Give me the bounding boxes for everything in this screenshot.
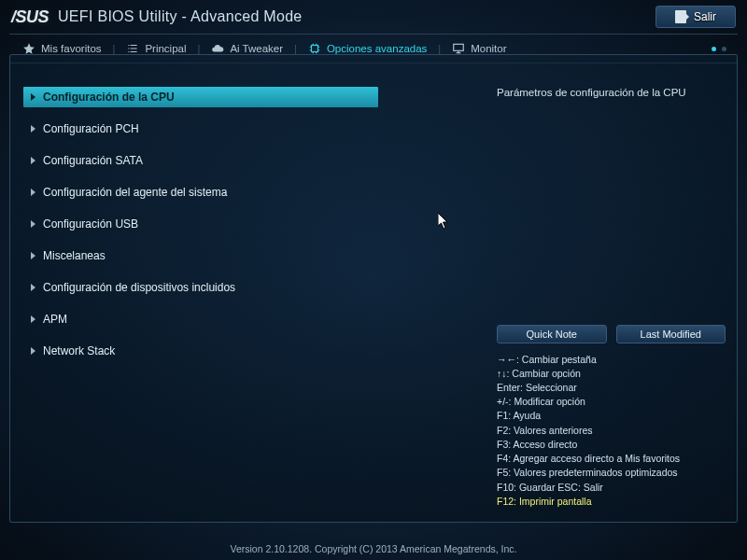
chevron-right-icon xyxy=(31,220,35,228)
last-modified-button[interactable]: Last Modified xyxy=(616,325,726,343)
chevron-right-icon xyxy=(31,252,35,259)
menu-item-cpu[interactable]: Configuración de la CPU xyxy=(23,87,378,107)
monitor-icon xyxy=(452,42,465,55)
info-pane: Parámetros de configuración de la CPU Qu… xyxy=(497,87,726,509)
menu-label: Configuración de dispositivos incluidos xyxy=(43,281,235,294)
main-panel: Configuración de la CPU Configuración PC… xyxy=(9,54,738,523)
help-line: F5: Valores predeterminados optimizados xyxy=(497,466,726,480)
chevron-right-icon xyxy=(31,315,35,323)
page-dot xyxy=(712,47,716,51)
chevron-right-icon xyxy=(31,93,35,101)
info-title: Parámetros de configuración de la CPU xyxy=(497,87,726,98)
svg-rect-1 xyxy=(454,44,464,50)
header: /SUS UEFI BIOS Utility - Advanced Mode S… xyxy=(0,0,747,32)
quick-note-button[interactable]: Quick Note xyxy=(497,325,607,343)
tab-label: Principal xyxy=(145,43,186,54)
help-line: F10: Guardar ESC: Salir xyxy=(497,481,726,495)
help-line: F1: Ayuda xyxy=(497,409,726,423)
help-keys: →←: Cambiar pestaña ↑↓: Cambiar opción E… xyxy=(497,353,726,509)
footer-text: Version 2.10.1208. Copyright (C) 2013 Am… xyxy=(230,543,516,554)
svg-rect-0 xyxy=(311,46,317,52)
menu-item-onboard-devices[interactable]: Configuración de dispositivos incluidos xyxy=(23,277,378,298)
tab-label: Monitor xyxy=(471,43,506,54)
menu-list: Configuración de la CPU Configuración PC… xyxy=(23,87,378,372)
menu-label: Configuración de la CPU xyxy=(43,91,175,104)
exit-label: Salir xyxy=(694,10,716,23)
page-dot xyxy=(722,47,726,51)
cloud-icon xyxy=(211,42,224,55)
menu-label: Network Stack xyxy=(43,344,115,357)
menu-item-system-agent[interactable]: Configuración del agente del sistema xyxy=(23,182,378,203)
tab-label: Mis favoritos xyxy=(41,43,102,54)
exit-button[interactable]: Salir xyxy=(655,6,736,28)
help-line: +/-: Modificar opción xyxy=(497,395,726,409)
info-description xyxy=(497,107,726,321)
chevron-right-icon xyxy=(31,284,35,291)
star-icon xyxy=(22,42,35,55)
help-line: F2: Valores anteriores xyxy=(497,424,726,438)
page-title: UEFI BIOS Utility - Advanced Mode xyxy=(58,8,303,25)
menu-label: Configuración SATA xyxy=(43,154,143,167)
help-line-highlight: F12: Imprimir pantalla xyxy=(497,495,726,509)
menu-label: Configuración USB xyxy=(43,217,138,231)
help-line: F4: Agregar acceso directo a Mis favorit… xyxy=(497,452,726,466)
menu-item-network-stack[interactable]: Network Stack xyxy=(23,341,378,361)
chevron-right-icon xyxy=(31,189,35,196)
tab-label: Opciones avanzadas xyxy=(327,43,427,54)
help-line: F3: Acceso directo xyxy=(497,438,726,452)
menu-label: APM xyxy=(43,313,67,326)
chevron-right-icon xyxy=(31,157,35,164)
menu-label: Configuración PCH xyxy=(43,122,139,135)
brand-logo: /SUS xyxy=(11,7,49,27)
menu-item-misc[interactable]: Miscelaneas xyxy=(23,245,378,266)
list-icon xyxy=(126,42,139,55)
menu-item-usb[interactable]: Configuración USB xyxy=(23,214,378,234)
page-indicator[interactable] xyxy=(712,47,732,51)
menu-item-apm[interactable]: APM xyxy=(23,309,378,329)
menu-item-pch[interactable]: Configuración PCH xyxy=(23,119,378,139)
footer: Version 2.10.1208. Copyright (C) 2013 Am… xyxy=(0,543,747,554)
menu-label: Miscelaneas xyxy=(43,249,106,262)
help-line: →←: Cambiar pestaña xyxy=(497,353,726,367)
chip-icon xyxy=(308,42,321,55)
menu-label: Configuración del agente del sistema xyxy=(43,186,227,199)
tab-label: Ai Tweaker xyxy=(230,43,283,54)
help-line: Enter: Seleccionar xyxy=(497,381,726,395)
exit-icon xyxy=(675,10,686,23)
menu-item-sata[interactable]: Configuración SATA xyxy=(23,150,378,171)
help-line: ↑↓: Cambiar opción xyxy=(497,367,726,381)
chevron-right-icon xyxy=(31,125,35,133)
chevron-right-icon xyxy=(31,347,35,355)
